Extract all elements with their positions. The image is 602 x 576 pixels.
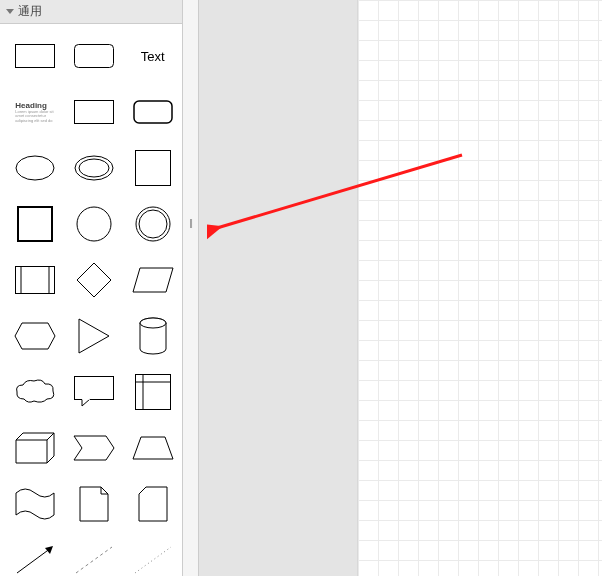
svg-marker-26: [16, 433, 54, 463]
shape-callout[interactable]: [69, 370, 120, 414]
shape-square[interactable]: [127, 146, 178, 190]
text-label: Text: [141, 49, 165, 64]
canvas-gutter[interactable]: [199, 0, 357, 576]
svg-rect-0: [16, 45, 55, 68]
svg-marker-29: [133, 437, 173, 459]
shape-heading[interactable]: Heading Lorem ipsum dolor sit amet conse…: [10, 90, 61, 134]
splitter-grip-icon: ||: [189, 218, 192, 228]
svg-point-5: [75, 156, 113, 180]
svg-marker-15: [77, 263, 111, 297]
shape-circle[interactable]: [69, 202, 120, 246]
svg-point-20: [140, 318, 166, 328]
sidebar-splitter[interactable]: ||: [183, 0, 199, 576]
shapes-scroll-container[interactable]: Text Heading Lorem ipsum dolor sit amet …: [0, 24, 182, 576]
svg-marker-17: [15, 323, 55, 349]
canvas-page[interactable]: [357, 0, 602, 576]
shape-hexagon[interactable]: [10, 314, 61, 358]
shape-diamond[interactable]: [69, 258, 120, 302]
shape-triangle[interactable]: [69, 314, 120, 358]
svg-line-34: [76, 547, 112, 573]
svg-line-32: [17, 548, 51, 573]
svg-marker-33: [45, 546, 53, 554]
shape-tape[interactable]: [10, 482, 61, 526]
shape-internal-storage[interactable]: [127, 370, 178, 414]
svg-rect-7: [135, 151, 170, 186]
shape-arrow-line[interactable]: [10, 538, 61, 576]
shape-parallelogram[interactable]: [127, 258, 178, 302]
shape-rectangle[interactable]: [10, 34, 61, 78]
shape-cloud[interactable]: [10, 370, 61, 414]
shape-text[interactable]: Text: [127, 34, 178, 78]
shape-rounded-rectangle[interactable]: [69, 34, 120, 78]
shape-double-ellipse[interactable]: [69, 146, 120, 190]
svg-line-35: [135, 547, 171, 573]
shape-cylinder[interactable]: [127, 314, 178, 358]
shape-double-circle[interactable]: [127, 202, 178, 246]
svg-marker-16: [133, 268, 173, 292]
svg-point-9: [77, 207, 111, 241]
svg-rect-21: [74, 377, 113, 400]
shape-note[interactable]: [69, 482, 120, 526]
shape-step[interactable]: [69, 426, 120, 470]
shape-predefined-process[interactable]: [10, 258, 61, 302]
shape-dotted-line[interactable]: [127, 538, 178, 576]
shape-rounded-rectangle-thick[interactable]: [127, 90, 178, 134]
chevron-down-icon: [6, 9, 14, 14]
shape-square-thick[interactable]: [10, 202, 61, 246]
shape-cube[interactable]: [10, 426, 61, 470]
svg-marker-31: [139, 487, 167, 521]
shape-ellipse[interactable]: [10, 146, 61, 190]
svg-point-4: [16, 156, 54, 180]
svg-rect-2: [74, 101, 113, 124]
section-title: 通用: [18, 3, 42, 20]
svg-rect-1: [74, 45, 113, 68]
shape-trapezoid[interactable]: [127, 426, 178, 470]
shape-sidebar: 通用 Text Heading Lorem ipsum dolor sit am…: [0, 0, 183, 576]
svg-marker-28: [74, 436, 114, 460]
svg-marker-30: [80, 487, 108, 521]
canvas-area: [199, 0, 602, 576]
shape-rectangle-outline[interactable]: [69, 90, 120, 134]
shape-dashed-line[interactable]: [69, 538, 120, 576]
svg-point-10: [136, 207, 170, 241]
section-header-general[interactable]: 通用: [0, 0, 182, 24]
shapes-grid: Text Heading Lorem ipsum dolor sit amet …: [10, 34, 178, 576]
svg-rect-23: [135, 375, 170, 410]
heading-label: Heading Lorem ipsum dolor sit amet conse…: [15, 101, 55, 123]
svg-marker-18: [79, 319, 109, 353]
svg-rect-3: [134, 101, 172, 123]
shape-card[interactable]: [127, 482, 178, 526]
svg-rect-8: [18, 207, 52, 241]
